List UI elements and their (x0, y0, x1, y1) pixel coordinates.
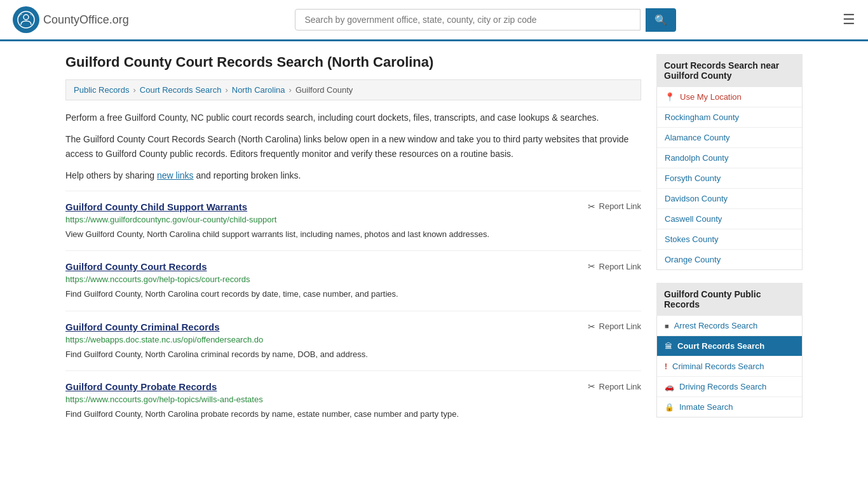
sidebar-item-label: Criminal Records Search (672, 362, 764, 371)
report-link[interactable]: ✂ Report Link (588, 381, 641, 391)
new-links-link[interactable]: new links (157, 170, 194, 180)
sidebar-nearby-section: Court Records Search near Guilford Count… (656, 54, 803, 270)
report-icon: ✂ (588, 381, 595, 391)
record-header: Guilford County Court Records ✂ Report L… (65, 261, 641, 272)
description-para3: Help others by sharing new links and rep… (65, 168, 641, 182)
record-header: Guilford County Criminal Records ✂ Repor… (65, 322, 641, 332)
report-icon: ✂ (588, 322, 595, 332)
logo-icon (13, 6, 39, 33)
breadcrumb-public-records[interactable]: Public Records (74, 85, 129, 95)
sidebar-item-court-records[interactable]: 🏛 Court Records Search (657, 336, 802, 356)
logo-area: CountyOffice.org (13, 6, 129, 33)
menu-icon[interactable]: ☰ (843, 11, 855, 28)
breadcrumb-sep-2: › (225, 85, 227, 95)
sidebar-item-label: Randolph County (665, 153, 728, 163)
record-header: Guilford County Child Support Warrants ✂… (65, 201, 641, 212)
record-desc: Find Guilford County, North Carolina cri… (65, 348, 641, 361)
breadcrumb-nc[interactable]: North Carolina (232, 85, 285, 95)
sidebar-item-randolph[interactable]: Randolph County (657, 148, 802, 168)
sidebar-public-records-section: Guilford County Public Records ■ Arrest … (656, 283, 803, 417)
sidebar-nearby-list: 📍 Use My Location Rockingham County Alam… (656, 87, 803, 270)
sidebar: Court Records Search near Guilford Count… (656, 54, 803, 431)
sidebar-item-label: Inmate Search (679, 402, 733, 412)
breadcrumb-court-records[interactable]: Court Records Search (140, 85, 222, 95)
sidebar-item-label: Orange County (665, 255, 721, 264)
record-url[interactable]: https://webapps.doc.state.nc.us/opi/offe… (65, 335, 641, 344)
breadcrumb-sep-3: › (289, 85, 292, 95)
sidebar-item-arrest-records[interactable]: ■ Arrest Records Search (657, 316, 802, 336)
driving-records-icon: 🚗 (665, 383, 674, 391)
sidebar-item-label: Alamance County (665, 133, 730, 142)
sidebar-item-label: Arrest Records Search (674, 321, 758, 330)
description-para2: The Guilford County Court Records Search… (65, 132, 641, 161)
record-entry: Guilford County Criminal Records ✂ Repor… (65, 311, 641, 371)
record-desc: Find Guilford County, North Carolina cou… (65, 288, 641, 301)
record-url[interactable]: https://www.guilfordcountync.gov/our-cou… (65, 215, 641, 224)
location-pin-icon: 📍 (665, 92, 675, 102)
sidebar-item-label: Rockingham County (665, 112, 739, 122)
sidebar-item-label: Court Records Search (677, 341, 764, 351)
sidebar-item-stokes[interactable]: Stokes County (657, 229, 802, 250)
sidebar-item-orange[interactable]: Orange County (657, 250, 802, 269)
sidebar-item-alamance[interactable]: Alamance County (657, 128, 802, 148)
sidebar-item-label: Stokes County (665, 234, 719, 244)
report-icon: ✂ (588, 261, 595, 271)
record-entry: Guilford County Child Support Warrants ✂… (65, 191, 641, 251)
sidebar-public-records-header: Guilford County Public Records (656, 283, 803, 316)
search-button[interactable]: 🔍 (646, 8, 676, 32)
breadcrumb-sep-1: › (133, 85, 135, 95)
record-entry: Guilford County Probate Records ✂ Report… (65, 370, 641, 431)
record-title[interactable]: Guilford County Criminal Records (65, 322, 220, 332)
criminal-records-icon: ! (665, 362, 667, 371)
sidebar-item-inmate-search[interactable]: 🔒 Inmate Search (657, 397, 802, 417)
breadcrumb-guilford: Guilford County (295, 85, 353, 95)
content: Guilford County Court Records Search (No… (65, 54, 641, 431)
record-entry: Guilford County Court Records ✂ Report L… (65, 250, 641, 311)
header: CountyOffice.org 🔍 ☰ (0, 0, 868, 41)
description-para1: Perform a free Guilford County, NC publi… (65, 111, 641, 125)
report-link[interactable]: ✂ Report Link (588, 201, 641, 212)
sidebar-item-label: Davidson County (665, 194, 728, 203)
record-title[interactable]: Guilford County Probate Records (65, 381, 217, 392)
report-link[interactable]: ✂ Report Link (588, 322, 641, 332)
sidebar-item-driving-records[interactable]: 🚗 Driving Records Search (657, 377, 802, 397)
sidebar-public-records-list: ■ Arrest Records Search 🏛 Court Records … (656, 316, 803, 417)
search-area: 🔍 (295, 8, 676, 32)
record-desc: Find Guilford County, North Carolina pro… (65, 408, 641, 421)
sidebar-item-label: Forsyth County (665, 173, 721, 183)
sidebar-nearby-header: Court Records Search near Guilford Count… (656, 54, 803, 87)
record-header: Guilford County Probate Records ✂ Report… (65, 381, 641, 392)
page-title: Guilford County Court Records Search (No… (65, 54, 641, 71)
breadcrumb: Public Records › Court Records Search › … (65, 79, 641, 100)
report-icon: ✂ (588, 201, 595, 212)
sidebar-item-caswell[interactable]: Caswell County (657, 209, 802, 229)
record-title[interactable]: Guilford County Court Records (65, 261, 207, 272)
logo-text[interactable]: CountyOffice.org (43, 13, 129, 27)
inmate-search-icon: 🔒 (665, 403, 674, 412)
record-desc: View Guilford County, North Carolina chi… (65, 228, 641, 241)
court-records-icon: 🏛 (665, 342, 672, 351)
sidebar-item-forsyth[interactable]: Forsyth County (657, 168, 802, 189)
sidebar-item-label: Use My Location (680, 92, 742, 102)
sidebar-item-label: Driving Records Search (679, 382, 766, 391)
record-url[interactable]: https://www.nccourts.gov/help-topics/cou… (65, 274, 641, 284)
sidebar-item-use-location[interactable]: 📍 Use My Location (657, 87, 802, 107)
search-input[interactable] (295, 9, 641, 30)
record-url[interactable]: https://www.nccourts.gov/help-topics/wil… (65, 395, 641, 404)
sidebar-item-davidson[interactable]: Davidson County (657, 189, 802, 209)
main-container: Guilford County Court Records Search (No… (53, 41, 815, 444)
sidebar-item-criminal-records[interactable]: ! Criminal Records Search (657, 356, 802, 377)
record-title[interactable]: Guilford County Child Support Warrants (65, 201, 247, 212)
arrest-records-icon: ■ (665, 322, 669, 330)
sidebar-item-label: Caswell County (665, 214, 722, 224)
records-list: Guilford County Child Support Warrants ✂… (65, 191, 641, 431)
search-icon: 🔍 (654, 15, 667, 25)
report-link[interactable]: ✂ Report Link (588, 261, 641, 271)
sidebar-item-rockingham[interactable]: Rockingham County (657, 107, 802, 128)
